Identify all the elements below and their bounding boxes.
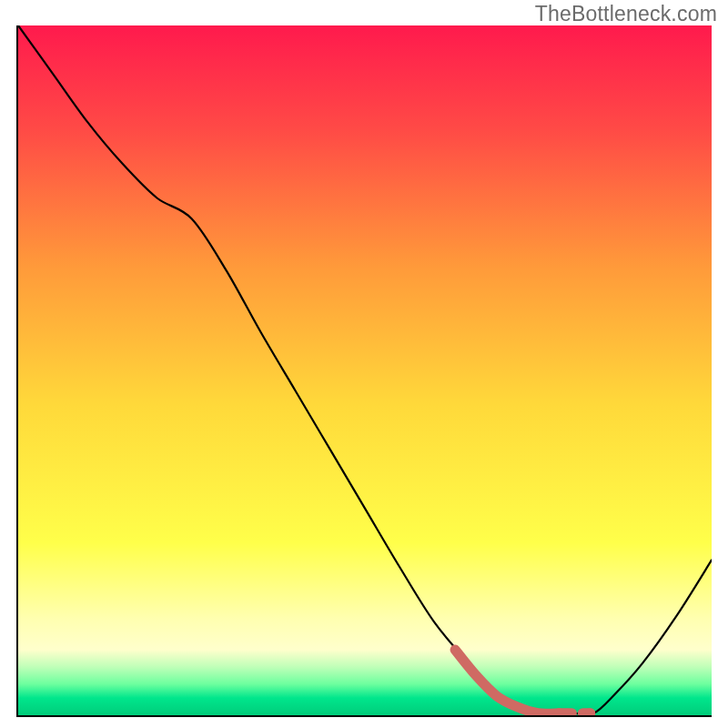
plot-area	[16, 25, 712, 717]
chart-stage: TheBottleneck.com	[0, 0, 728, 728]
watermark-text: TheBottleneck.com	[535, 2, 717, 26]
bottleneck-curve	[18, 25, 712, 715]
